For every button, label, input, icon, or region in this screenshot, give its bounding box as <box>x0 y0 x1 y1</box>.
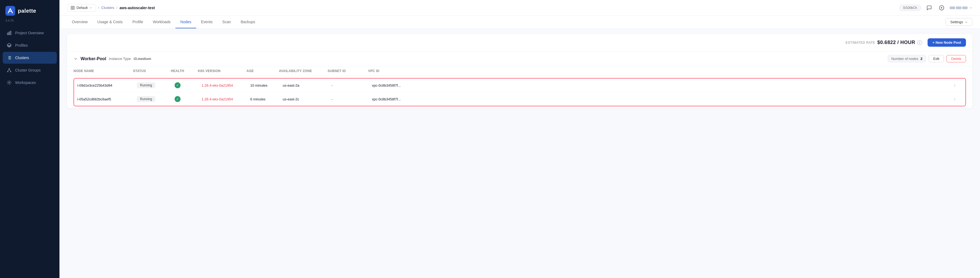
col-vpc-id: VPC ID <box>368 69 958 73</box>
grid-icon <box>70 6 75 10</box>
chart-icon <box>6 30 12 36</box>
cell-subnet-1: - <box>331 84 372 87</box>
sidebar-item-label-cluster-groups: Cluster Groups <box>15 68 41 72</box>
credit-badge: 0/100kCh <box>899 5 921 11</box>
worker-pool-header: Worker-Pool Instance Type: t3.medium Num… <box>67 51 972 66</box>
svg-rect-20 <box>73 8 74 9</box>
svg-rect-3 <box>10 31 11 35</box>
tab-workloads[interactable]: Workloads <box>148 16 175 28</box>
cell-k8s-1[interactable]: 1.26.4-eks-0a21954 <box>202 84 250 87</box>
tabs: Overview Usage & Costs Profile Workloads… <box>67 16 260 28</box>
card-header: ESTIMATED RATE $0.6822 / hour i + New No… <box>67 34 972 51</box>
chat-button[interactable] <box>925 3 934 12</box>
pool-expand-icon[interactable] <box>73 57 78 61</box>
tab-overview[interactable]: Overview <box>67 16 92 28</box>
tab-nodes[interactable]: Nodes <box>175 16 196 28</box>
settings-button[interactable]: Settings <box>946 18 972 26</box>
col-node-name: Node Name <box>73 69 133 73</box>
row-expand-1[interactable]: › <box>954 83 962 88</box>
col-availability-zone: Availability Zone <box>279 69 328 73</box>
cell-age-1: 10 minutes <box>250 84 283 87</box>
new-node-pool-button[interactable]: + New Node Pool <box>928 38 966 47</box>
svg-line-15 <box>9 69 11 71</box>
sidebar-item-cluster-groups[interactable]: Cluster Groups <box>3 64 57 76</box>
svg-point-16 <box>9 82 10 84</box>
instance-type-label: Instance Type: t3.medium <box>109 57 151 61</box>
avatar-block-1 <box>950 6 955 9</box>
svg-rect-2 <box>9 32 10 35</box>
col-k8s-version: K8s Version <box>198 69 247 73</box>
notification-button[interactable] <box>937 3 946 12</box>
project-selector[interactable]: Default <box>67 4 96 12</box>
user-avatar[interactable] <box>950 6 972 9</box>
tab-backups[interactable]: Backups <box>236 16 260 28</box>
svg-line-14 <box>8 69 9 71</box>
palette-logo-icon <box>5 6 15 16</box>
sidebar-item-label-profiles: Profiles <box>15 43 28 47</box>
cell-health-1: ✓ <box>175 82 202 88</box>
tab-scan[interactable]: Scan <box>218 16 236 28</box>
sidebar-item-project-overview[interactable]: Project Overview <box>3 27 57 39</box>
sidebar-item-label-clusters: Clusters <box>15 55 29 60</box>
breadcrumb-clusters-link[interactable]: Clusters <box>101 6 115 10</box>
col-actions <box>958 69 966 73</box>
tab-profile[interactable]: Profile <box>127 16 148 28</box>
avatar-block-2 <box>956 6 961 9</box>
col-health: Health <box>171 69 198 73</box>
cell-health-2: ✓ <box>175 96 202 102</box>
delete-button[interactable]: Delete <box>947 55 966 62</box>
svg-rect-17 <box>71 6 72 8</box>
sidebar-item-label-workspaces: Workspaces <box>15 81 36 85</box>
new-node-pool-label: + New Node Pool <box>932 41 961 44</box>
estimated-rate: ESTIMATED RATE $0.6822 / hour i <box>846 39 922 45</box>
status-badge-2: Running <box>137 96 155 102</box>
tab-usage-costs[interactable]: Usage & Costs <box>92 16 127 28</box>
svg-rect-0 <box>5 6 15 16</box>
cell-k8s-2[interactable]: 1.26.4-eks-0a21954 <box>202 97 250 101</box>
sidebar-item-clusters[interactable]: Clusters <box>3 52 57 64</box>
breadcrumb-separator-2: / <box>116 6 118 10</box>
cell-az-1: us-east-2a <box>283 84 331 87</box>
info-icon[interactable]: i <box>917 40 922 45</box>
svg-point-11 <box>9 68 10 69</box>
cell-node-name-2: i-05a52cd682bc6aef5 <box>77 97 137 101</box>
tab-events[interactable]: Events <box>196 16 218 28</box>
rate-value: $0.6822 / hour <box>877 39 915 45</box>
nodes-count-badge: Number of nodes 2 <box>888 55 926 62</box>
cell-az-2: us-east-2c <box>283 97 331 101</box>
edit-button[interactable]: Edit <box>929 55 944 62</box>
cell-age-2: 6 minutes <box>250 97 283 101</box>
sidebar-version: 3.4.75 <box>0 18 59 27</box>
nodes-icon <box>6 68 12 73</box>
plus-circle-icon <box>939 5 944 11</box>
svg-point-13 <box>10 71 11 72</box>
content-area: ESTIMATED RATE $0.6822 / hour i + New No… <box>59 28 980 278</box>
layers-icon <box>6 43 12 48</box>
svg-rect-18 <box>73 6 74 8</box>
nodes-count-value: 2 <box>921 57 923 61</box>
health-icon-2: ✓ <box>175 96 181 102</box>
sub-header: Overview Usage & Costs Profile Workloads… <box>59 16 980 28</box>
workspace-icon <box>6 80 12 85</box>
main-content: Default / Clusters / aws-autoscaler-test… <box>59 0 980 278</box>
sidebar-item-label-project-overview: Project Overview <box>15 31 44 35</box>
cell-status-1: Running <box>137 82 175 88</box>
breadcrumb-current-page: aws-autoscaler-test <box>119 6 155 10</box>
cell-vpc-2: vpc-0c8b3458f7f... <box>372 97 954 101</box>
row-expand-2[interactable]: › <box>954 96 962 101</box>
settings-label: Settings <box>950 20 963 24</box>
svg-point-12 <box>7 71 8 72</box>
sidebar-item-workspaces[interactable]: Workspaces <box>3 77 57 88</box>
settings-chevron-icon <box>965 21 968 24</box>
list-icon <box>6 55 12 60</box>
cell-vpc-1: vpc-0c8b3458f7f... <box>372 84 954 87</box>
content-card: ESTIMATED RATE $0.6822 / hour i + New No… <box>67 34 972 109</box>
chevron-down-icon <box>89 6 92 9</box>
svg-rect-19 <box>71 8 72 9</box>
table-row: i-09d1e3ce225b43d94 Running ✓ 1.26.4-eks… <box>74 79 966 92</box>
cell-subnet-2: - <box>331 97 372 101</box>
sidebar-item-profiles[interactable]: Profiles <box>3 39 57 51</box>
cell-status-2: Running <box>137 96 175 102</box>
highlighted-rows: i-09d1e3ce225b43d94 Running ✓ 1.26.4-eks… <box>73 78 966 106</box>
instance-label: Instance Type: <box>109 57 132 61</box>
